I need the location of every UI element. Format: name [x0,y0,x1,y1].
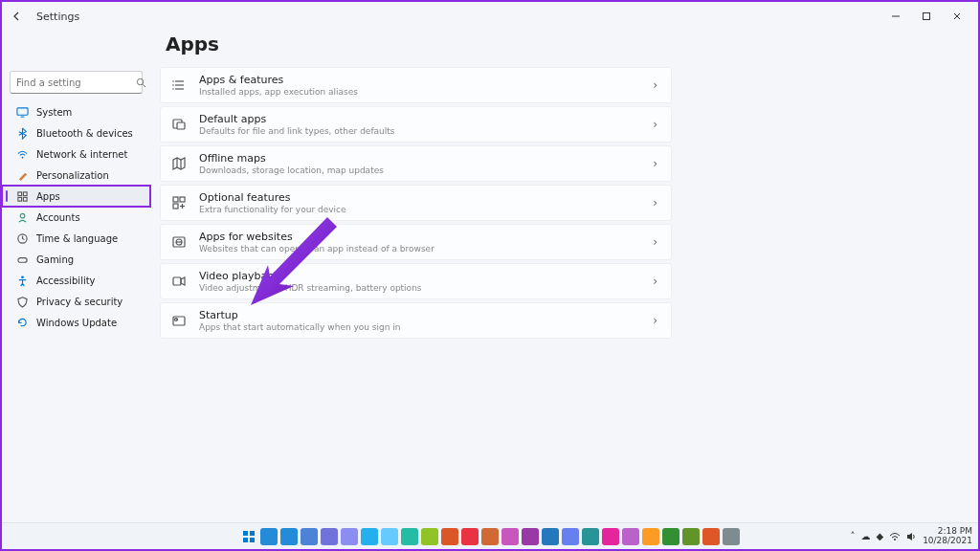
chevron-right-icon: › [653,235,657,249]
taskbar-app-icon[interactable] [642,528,659,545]
monitor-icon [15,105,29,119]
sidebar-item-label: Network & internet [36,149,127,160]
sidebar-item-label: System [36,107,72,118]
svg-rect-4 [16,107,27,114]
bluetooth-icon [15,126,29,140]
taskbar-app-icon[interactable] [481,528,499,545]
brush-icon [15,168,29,182]
sidebar-item-privacy-security[interactable]: Privacy & security [2,291,150,312]
tray-chevron-icon[interactable]: ˄ [850,531,855,541]
clock-date: 10/28/2021 [923,537,972,546]
card-startup[interactable]: StartupApps that start automatically whe… [160,302,672,339]
chevron-right-icon: › [653,196,657,209]
sidebar-item-label: Accounts [36,212,80,223]
taskbar-app-icon[interactable] [441,528,458,545]
taskbar-app-icon[interactable] [662,528,679,545]
sidebar-item-gaming[interactable]: Gaming [2,249,150,270]
taskbar-app-icon[interactable] [401,528,418,545]
taskbar-app-icon[interactable] [682,528,700,545]
taskbar-app-icon[interactable] [622,528,639,545]
card-subtitle: Extra functionality for your device [199,205,653,214]
taskbar-app-icon[interactable] [702,528,720,545]
back-button[interactable] [8,7,27,26]
chevron-right-icon: › [653,118,657,131]
taskbar[interactable]: ˄ ☁ ◆ 2:18 PM 10/28/2021 [2,522,978,549]
taskbar-app-icon[interactable] [381,528,398,545]
update-icon [15,316,29,329]
svg-marker-43 [907,533,912,540]
chevron-right-icon: › [653,157,657,170]
taskbar-app-icon[interactable] [321,528,338,545]
card-default-apps[interactable]: Default appsDefaults for file and link t… [160,106,672,143]
svg-rect-41 [250,538,255,542]
taskbar-app-icon[interactable] [280,528,298,545]
taskbar-app-icon[interactable] [361,528,378,545]
taskbar-app-icon[interactable] [501,528,519,545]
tray-app-icon[interactable]: ◆ [876,531,883,541]
access-icon [15,274,29,287]
card-title: Offline maps [199,152,653,165]
taskbar-app-icon[interactable] [602,528,619,545]
sidebar-item-personalization[interactable]: Personalization [2,165,150,186]
taskbar-app-icon[interactable] [542,528,559,545]
taskbar-app-icon[interactable] [723,528,740,545]
search-input[interactable] [16,77,136,88]
chevron-right-icon: › [653,314,657,327]
sidebar-item-accounts[interactable]: Accounts [2,207,150,228]
sidebar-item-accessibility[interactable]: Accessibility [2,270,150,291]
sidebar-item-label: Windows Update [36,318,117,328]
svg-point-14 [21,276,24,278]
card-apps-for-websites[interactable]: Apps for websitesWebsites that can open … [160,224,672,260]
sidebar-item-network-internet[interactable]: Network & internet [2,143,150,165]
svg-point-42 [894,539,896,540]
taskbar-app-icon[interactable] [341,528,358,545]
taskbar-app-icon[interactable] [301,528,318,545]
card-title: Optional features [199,191,653,204]
tray-onedrive-icon[interactable]: ☁ [860,531,870,541]
list-icon [170,77,188,94]
system-tray[interactable]: ˄ ☁ ◆ 2:18 PM 10/28/2021 [850,527,972,546]
defaults-icon [170,116,188,133]
taskbar-app-icon[interactable] [260,528,278,545]
tray-volume-icon[interactable] [906,532,917,541]
globe-icon [170,233,188,251]
svg-point-19 [172,84,174,86]
card-title: Video playback [199,270,653,282]
card-subtitle: Downloads, storage location, map updates [199,165,653,175]
card-offline-maps[interactable]: Offline mapsDownloads, storage location,… [160,145,672,182]
video-icon [170,273,188,290]
nav-list: SystemBluetooth & devicesNetwork & inter… [2,101,150,333]
window-title: Settings [36,11,79,23]
sidebar-item-apps[interactable]: Apps [2,186,150,207]
sidebar-item-windows-update[interactable]: Windows Update [2,312,150,333]
taskbar-app-icon[interactable] [421,528,438,545]
svg-rect-26 [180,197,185,202]
maximize-button[interactable] [911,5,942,28]
sidebar-item-time-language[interactable]: Time & language [2,228,150,249]
taskbar-app-icon[interactable] [522,528,539,545]
svg-rect-22 [177,122,185,129]
taskbar-app-icon[interactable] [562,528,579,545]
content-area: Apps Apps & featuresInstalled apps, app … [150,31,978,522]
taskbar-app-icon[interactable] [582,528,599,545]
window-controls [880,5,972,28]
svg-marker-34 [181,277,185,285]
svg-rect-13 [17,257,26,262]
svg-rect-39 [250,531,255,536]
card-subtitle: Video adjustments, HDR streaming, batter… [199,283,653,293]
tray-wifi-icon[interactable] [889,532,901,541]
search-box[interactable] [10,71,143,94]
card-video-playback[interactable]: Video playbackVideo adjustments, HDR str… [160,263,672,299]
start-button[interactable] [240,528,257,545]
taskbar-clock[interactable]: 2:18 PM 10/28/2021 [923,527,972,546]
close-button[interactable] [942,5,972,28]
taskbar-app-icon[interactable] [461,528,479,545]
sidebar-item-bluetooth-devices[interactable]: Bluetooth & devices [2,122,150,143]
minimize-button[interactable] [880,5,911,28]
svg-point-11 [20,213,25,218]
svg-rect-9 [17,197,21,201]
svg-point-18 [172,80,174,82]
card-optional-features[interactable]: Optional featuresExtra functionality for… [160,185,672,221]
card-apps-features[interactable]: Apps & featuresInstalled apps, app execu… [160,67,672,103]
sidebar-item-system[interactable]: System [2,101,150,122]
